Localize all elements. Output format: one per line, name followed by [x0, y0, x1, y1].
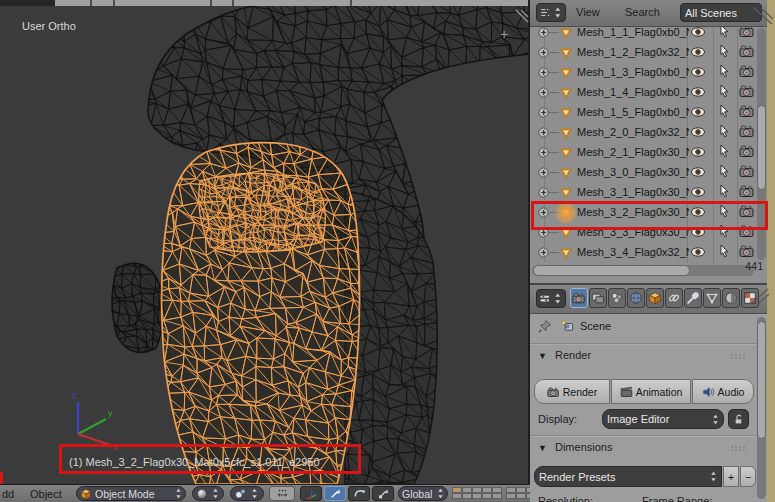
outliner-item-label[interactable]: Mesh_3_0_Flag0x30_N — [577, 166, 689, 178]
properties-vscroll-thumb[interactable] — [757, 321, 766, 439]
menu-object[interactable]: Object — [30, 488, 62, 500]
layer-cell[interactable] — [506, 493, 516, 499]
camera-icon[interactable] — [739, 244, 755, 258]
scenes-filter-dropdown[interactable]: All Scenes — [680, 3, 762, 22]
shading-dropdown[interactable] — [192, 486, 224, 501]
outliner-row[interactable]: Mesh_3_0_Flag0x30_N — [530, 162, 767, 182]
tab-material[interactable] — [722, 288, 740, 308]
translate-manipulator-button[interactable] — [324, 486, 346, 501]
tab-object-data[interactable] — [703, 288, 721, 308]
manipulator-toggle[interactable] — [269, 486, 295, 501]
area-corner-icon[interactable] — [752, 6, 775, 26]
area-corner-icon[interactable] — [750, 287, 775, 305]
outliner-hscroll-thumb[interactable] — [533, 265, 690, 276]
layer-cell[interactable] — [516, 493, 526, 499]
preset-add-button[interactable]: + — [723, 466, 739, 487]
editor-type-button[interactable] — [536, 3, 566, 22]
layer-cell[interactable] — [452, 493, 462, 499]
eye-icon[interactable] — [690, 125, 706, 139]
layer-cell[interactable] — [482, 493, 492, 499]
preset-remove-button[interactable]: − — [740, 466, 756, 487]
outliner-item-label[interactable]: Mesh_1_3_Flag0xb0_N — [577, 66, 689, 78]
outliner-row[interactable]: Mesh_3_4_Flag0x32_N — [530, 242, 767, 262]
animation-button[interactable]: Animation — [611, 379, 691, 404]
outliner-row[interactable]: Mesh_1_4_Flag0xb0_N — [530, 82, 767, 102]
camera-icon[interactable] — [739, 144, 755, 158]
cursor-icon[interactable] — [716, 244, 732, 258]
outliner-item-label[interactable]: Mesh_3_4_Flag0x32_N — [577, 246, 689, 258]
scale-manipulator-button[interactable] — [372, 486, 394, 501]
eye-icon[interactable] — [690, 165, 706, 179]
pivot-dropdown[interactable] — [230, 486, 264, 501]
cursor-icon[interactable] — [716, 144, 732, 158]
area-corner-icon[interactable] — [512, 8, 530, 26]
tab-object[interactable] — [646, 288, 664, 308]
display-lock-button[interactable] — [728, 409, 749, 429]
eye-icon[interactable] — [690, 65, 706, 79]
render-panel-header[interactable]: ▼ Render — [538, 349, 591, 361]
render-button[interactable]: Render — [534, 379, 610, 404]
outliner-row[interactable]: Mesh_2_0_Flag0x32_N — [530, 122, 767, 142]
layer-cell[interactable] — [492, 493, 502, 499]
camera-icon[interactable] — [739, 84, 755, 98]
camera-icon[interactable] — [739, 184, 755, 198]
outliner-row[interactable]: Mesh_1_2_Flag0x32_N — [530, 42, 767, 62]
cursor-icon[interactable] — [716, 184, 732, 198]
outliner-item-label[interactable]: Mesh_2_1_Flag0x30_N — [577, 146, 689, 158]
cursor-icon[interactable] — [716, 84, 732, 98]
outliner-row[interactable]: Mesh_1_3_Flag0xb0_N — [530, 62, 767, 82]
outliner-item-label[interactable]: Mesh_1_1_Flag0xb0_N — [577, 26, 689, 38]
layer-cell[interactable] — [462, 493, 472, 499]
outliner-item-label[interactable]: Mesh_2_0_Flag0x32_N — [577, 126, 689, 138]
eye-icon[interactable] — [690, 25, 706, 39]
cursor-icon[interactable] — [716, 64, 732, 78]
3d-viewport[interactable]: User Ortho + z y x (1) Mesh_3_2_Flag0x30… — [0, 6, 530, 484]
outliner-hscrollbar[interactable] — [532, 265, 754, 276]
camera-icon[interactable] — [739, 64, 755, 78]
outliner-row[interactable]: Mesh_1_5_Flag0xb0_N — [530, 102, 767, 122]
panel-grip-icon[interactable] — [730, 353, 748, 360]
tab-modifiers[interactable] — [684, 288, 702, 308]
outliner-item-label[interactable]: Mesh_1_4_Flag0xb0_N — [577, 86, 689, 98]
layer-cell[interactable] — [526, 493, 530, 499]
layer-cell[interactable] — [472, 493, 482, 499]
display-dropdown[interactable]: Image Editor — [602, 409, 724, 429]
editor-type-button[interactable] — [536, 289, 566, 308]
outliner-row[interactable]: Mesh_2_1_Flag0x30_N — [530, 142, 767, 162]
rotate-manipulator-button[interactable] — [348, 486, 370, 501]
eye-icon[interactable] — [690, 85, 706, 99]
properties-vscrollbar[interactable] — [757, 317, 766, 499]
render-presets-dropdown[interactable]: Render Presets — [534, 466, 722, 487]
cursor-icon[interactable] — [716, 124, 732, 138]
cursor-icon[interactable] — [716, 164, 732, 178]
eye-icon[interactable] — [690, 185, 706, 199]
camera-icon[interactable] — [739, 44, 755, 58]
menu-add-partial[interactable]: dd — [2, 488, 14, 500]
outliner-item-label[interactable]: Mesh_3_1_Flag0x30_N — [577, 186, 689, 198]
eye-icon[interactable] — [690, 45, 706, 59]
eye-icon[interactable] — [690, 105, 706, 119]
outliner-item-label[interactable]: Mesh_1_2_Flag0x32_N — [577, 46, 689, 58]
axes-widget-button[interactable] — [300, 486, 322, 501]
camera-icon[interactable] — [739, 164, 755, 178]
audio-button[interactable]: Audio — [692, 379, 754, 404]
tab-scene[interactable] — [589, 288, 607, 308]
cursor-icon[interactable] — [716, 44, 732, 58]
tab-constraints[interactable] — [665, 288, 683, 308]
menu-search[interactable]: Search — [625, 6, 660, 18]
outliner-item-label[interactable]: Mesh_1_5_Flag0xb0_N — [577, 106, 689, 118]
tab-world[interactable] — [627, 288, 645, 308]
tab-render-layers[interactable] — [608, 288, 626, 308]
eye-icon[interactable] — [690, 245, 706, 259]
cursor-icon[interactable] — [716, 104, 732, 118]
tab-render[interactable] — [570, 288, 588, 308]
orientation-dropdown[interactable]: Global — [398, 486, 448, 501]
panel-grip-icon[interactable] — [730, 445, 748, 452]
menu-view[interactable]: View — [576, 6, 600, 18]
camera-icon[interactable] — [739, 104, 755, 118]
pin-icon[interactable] — [538, 319, 552, 333]
outliner-row[interactable]: Mesh_3_1_Flag0x30_N — [530, 182, 767, 202]
mode-dropdown[interactable]: Object Mode — [76, 486, 186, 501]
eye-icon[interactable] — [690, 145, 706, 159]
camera-icon[interactable] — [739, 124, 755, 138]
